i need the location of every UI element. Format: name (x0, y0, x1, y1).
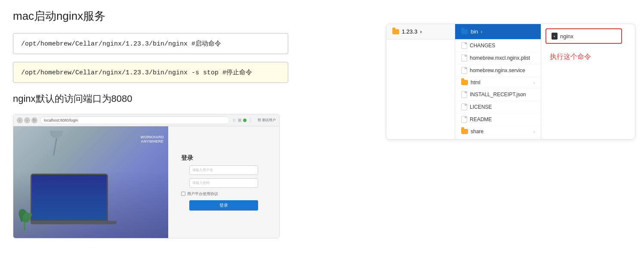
html-label: html (471, 79, 481, 86)
share-folder-icon (461, 129, 468, 134)
right-panel: 1.23.3 › bin › CHANGES homebrew (377, 0, 644, 275)
bookmark-icon[interactable]: ⊞ (238, 118, 241, 122)
fb-col2-header[interactable]: bin › (455, 24, 541, 40)
version-folder-name: 1.23.3 (402, 28, 417, 35)
changes-file-icon (461, 42, 467, 49)
lamp-head (50, 131, 63, 138)
browser-hero-image: WORKHARDANYWHERE (13, 126, 168, 238)
plant-leaf1 (17, 208, 29, 222)
service-label: homebrew.nginx.service (470, 67, 525, 73)
menu-icon[interactable]: ⋮ (248, 118, 253, 122)
receipt-label: INSTALL_RECEIPT.json (470, 92, 526, 98)
page-title: mac启动nginx服务 (13, 9, 364, 24)
code-stop-block: /opt/homebrew/Cellar/nginx/1.23.3/bin/ng… (13, 62, 288, 83)
browser-content: WORKHARDANYWHERE 登录 请输入用户名 请输入密码 用户平台使用协… (13, 126, 279, 238)
fb-item-license[interactable]: LICENSE (455, 101, 541, 113)
bin-folder-name: bin (471, 28, 478, 35)
readme-label: README (470, 116, 492, 122)
fb-col-bin: bin › CHANGES homebrew.mxcl.nginx.plist … (455, 24, 541, 139)
version-chevron-icon: › (420, 28, 422, 35)
agreement-checkbox[interactable] (181, 192, 185, 196)
service-file-icon (461, 67, 467, 74)
license-file-icon (461, 104, 467, 110)
plist-label: homebrew.mxcl.nginx.plist (470, 55, 530, 61)
fb-item-plist[interactable]: homebrew.mxcl.nginx.plist (455, 52, 541, 64)
login-button[interactable]: 登录 (189, 200, 258, 211)
back-button[interactable]: ‹ (17, 117, 23, 123)
port-note: nginx默认的访问端口为8080 (13, 92, 364, 105)
star-icon[interactable]: ☆ (232, 118, 236, 122)
receipt-file-icon (461, 91, 467, 98)
plant-leaf2 (21, 211, 32, 224)
fb-col-version: 1.23.3 › (386, 24, 455, 139)
browser-nav-buttons: ‹ › ↻ (17, 117, 37, 123)
laptop-decoration (31, 174, 117, 229)
laptop-screen (31, 174, 108, 221)
changes-label: CHANGES (470, 43, 495, 49)
code-start-block: /opt/homebrew/Cellar/nginx/1.23.3/bin/ng… (13, 33, 288, 54)
fb-col-nginx: ▪ nginx 执行这个命令 (541, 24, 635, 139)
plant-stem (24, 217, 25, 230)
fb-item-changes[interactable]: CHANGES (455, 40, 541, 52)
url-bar[interactable]: localhost:8080/login (40, 116, 230, 124)
fb-item-html[interactable]: html › (455, 77, 541, 89)
refresh-button[interactable]: ↻ (31, 117, 37, 123)
login-form-area: 登录 请输入用户名 请输入密码 用户平台使用协议 登录 (168, 126, 279, 238)
code-start-text: /opt/homebrew/Cellar/nginx/1.23.3/bin/ng… (21, 40, 221, 48)
laptop-base (31, 221, 117, 224)
forward-button[interactable]: › (24, 117, 30, 123)
fb-item-service[interactable]: homebrew.nginx.service (455, 64, 541, 77)
password-placeholder: 请输入密码 (192, 180, 210, 185)
share-label: share (471, 128, 484, 134)
folder-icon-bin (461, 29, 468, 34)
agreement-row: 用户平台使用协议 (181, 191, 218, 197)
agreement-label: 用户平台使用协议 (187, 191, 218, 197)
folder-icon-version (392, 29, 399, 34)
license-label: LICENSE (470, 104, 492, 110)
user-label: 部 测试用户 (258, 118, 276, 122)
fb-item-readme[interactable]: README (455, 113, 541, 126)
code-stop-text: /opt/homebrew/Cellar/nginx/1.23.3/bin/ng… (21, 69, 252, 76)
login-button-label: 登录 (219, 202, 228, 208)
lamp-decoration (48, 131, 65, 161)
execute-label: 执行这个命令 (545, 52, 591, 61)
username-placeholder: 请输入用户名 (192, 168, 213, 172)
status-dot (243, 119, 247, 122)
html-chevron-icon: › (533, 80, 535, 85)
file-browser: 1.23.3 › bin › CHANGES homebrew (386, 24, 635, 140)
bin-chevron-icon: › (481, 28, 482, 35)
nginx-file-item[interactable]: ▪ nginx (545, 28, 622, 44)
nginx-file-icon-symbol: ▪ (554, 34, 555, 38)
nginx-file-icon: ▪ (552, 33, 558, 40)
left-panel: mac启动nginx服务 /opt/homebrew/Cellar/nginx/… (0, 0, 377, 275)
fb-item-share[interactable]: share › (455, 126, 541, 138)
readme-file-icon (461, 116, 467, 123)
lamp-arm (53, 138, 57, 156)
username-input[interactable]: 请输入用户名 (189, 165, 258, 175)
url-text: localhost:8080/login (44, 118, 78, 122)
hero-text: WORKHARDANYWHERE (141, 135, 164, 144)
share-chevron-icon: › (533, 129, 535, 134)
laptop-screen-inner (32, 175, 107, 220)
fb-col1-header: 1.23.3 › (386, 24, 455, 40)
browser-toolbar-icons: ☆ ⊞ ⋮ (232, 118, 253, 122)
nginx-file-label: nginx (560, 33, 573, 40)
browser-toolbar: ‹ › ↻ localhost:8080/login ☆ ⊞ ⋮ 部 测试用户 (13, 114, 279, 126)
fb-item-install-receipt[interactable]: INSTALL_RECEIPT.json (455, 89, 541, 101)
plist-file-icon (461, 55, 467, 61)
plant-decoration (17, 205, 32, 230)
password-input[interactable]: 请输入密码 (189, 178, 258, 188)
login-title: 登录 (181, 154, 193, 162)
html-folder-icon (461, 80, 468, 85)
browser-screenshot: ‹ › ↻ localhost:8080/login ☆ ⊞ ⋮ 部 测试用户 (13, 114, 280, 238)
